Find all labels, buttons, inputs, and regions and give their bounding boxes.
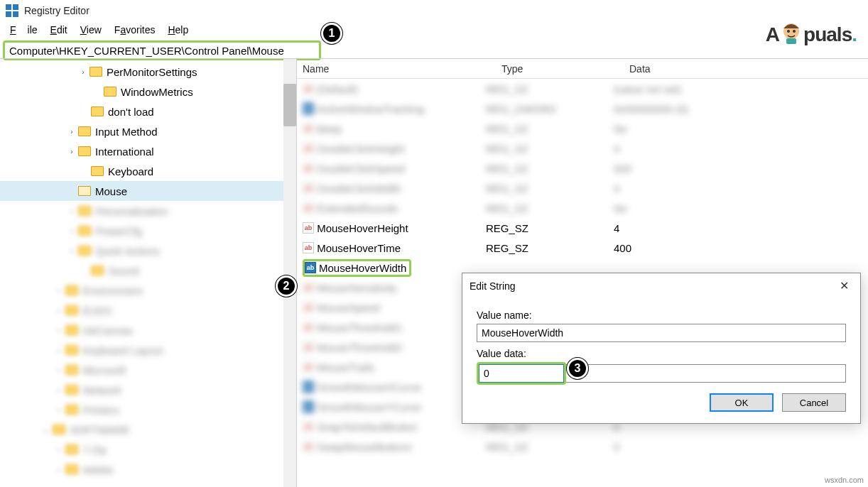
value-name: MouseThreshold1: [317, 322, 402, 334]
expander-icon[interactable]: ›: [54, 366, 64, 374]
reg-value-icon: ab: [303, 242, 314, 253]
expander-icon[interactable]: ›: [67, 227, 77, 235]
tree-item-label: Printers: [82, 404, 119, 416]
expander-icon[interactable]: ›: [54, 307, 64, 314]
tree-item[interactable]: Mouse: [0, 181, 296, 201]
tree-item[interactable]: ⌄SOFTWARE: [0, 420, 296, 439]
folder-icon: [78, 206, 91, 216]
tree-item-label: WindowMetrics: [121, 86, 193, 98]
list-row[interactable]: ab BeepREG_SZNo: [297, 119, 868, 138]
value-data-input[interactable]: [479, 364, 564, 383]
reg-value-icon: ab: [303, 282, 314, 293]
cancel-button[interactable]: Cancel: [782, 393, 846, 412]
tree-item[interactable]: ›EUDC: [0, 300, 296, 320]
expander-icon[interactable]: ›: [54, 386, 64, 394]
tree-scrollbar[interactable]: [283, 59, 296, 487]
expander-icon[interactable]: ›: [67, 148, 77, 155]
tree-item[interactable]: ›Personalization: [0, 201, 296, 221]
expander-icon[interactable]: ›: [54, 406, 64, 414]
value-name: ActiveWindowTracking: [317, 103, 424, 115]
value-name: SnapToDefaultButton: [317, 421, 418, 433]
expander-icon[interactable]: ›: [67, 247, 77, 255]
tree-item[interactable]: ›Input Method: [0, 121, 296, 141]
tree-item[interactable]: ›Environment: [0, 280, 296, 300]
tree-item[interactable]: ›International: [0, 141, 296, 161]
tree-item[interactable]: ›PerMonitorSettings: [0, 62, 296, 82]
menu-view[interactable]: View: [75, 23, 107, 37]
expander-icon[interactable]: ›: [67, 128, 77, 136]
value-data-label: Value data:: [477, 348, 846, 359]
value-name: SwapMouseButtons: [317, 441, 411, 453]
tree-item[interactable]: ›InkCanvas: [0, 320, 296, 340]
expander-icon[interactable]: ⌄: [41, 426, 51, 434]
expander-icon[interactable]: ›: [54, 346, 64, 354]
tree-item[interactable]: ›7-Zip: [0, 439, 296, 459]
value-name: MouseHoverWidth: [319, 262, 406, 274]
menu-help[interactable]: Help: [162, 23, 194, 37]
ok-button[interactable]: OK: [710, 393, 774, 412]
titlebar: Registry Editor: [0, 0, 868, 21]
svg-rect-1: [13, 4, 18, 10]
value-name: (Default): [317, 83, 358, 95]
tree-item[interactable]: don't load: [0, 102, 296, 121]
value-name-input[interactable]: [477, 324, 846, 342]
expander-icon[interactable]: ›: [67, 207, 77, 215]
reg-string-icon: ab: [305, 262, 316, 273]
tree-item[interactable]: ›Keyboard Layout: [0, 340, 296, 360]
address-bar[interactable]: Computer\HKEY_CURRENT_USER\Control Panel…: [3, 40, 321, 60]
value-data: 4: [608, 141, 868, 156]
folder-icon: [65, 325, 78, 335]
reg-value-icon: ab: [303, 83, 314, 94]
column-name[interactable]: Name: [297, 60, 496, 77]
menu-file[interactable]: File: [4, 23, 43, 37]
expander-icon[interactable]: ›: [54, 287, 64, 295]
expander-icon[interactable]: ›: [54, 466, 64, 474]
tree-item[interactable]: WindowMetrics: [0, 82, 296, 102]
reg-value-icon: ab: [303, 143, 314, 154]
reg-value-icon: 011: [303, 401, 314, 412]
expander-icon[interactable]: ›: [54, 327, 64, 334]
list-row[interactable]: ab MouseHoverTimeREG_SZ400: [297, 238, 868, 258]
list-row[interactable]: ab ExtendedSoundsREG_SZNo: [297, 198, 868, 218]
value-type: REG_SZ: [480, 141, 608, 156]
list-row[interactable]: ab DoubleClickHeightREG_SZ4: [297, 138, 868, 158]
value-name: DoubleClickHeight: [317, 143, 404, 155]
tree-item[interactable]: ›Adobe: [0, 459, 296, 479]
value-name: DoubleClickSpeed: [317, 163, 404, 175]
tree-item-label: PerMonitorSettings: [107, 66, 197, 78]
folder-icon: [65, 405, 78, 415]
folder-icon: [53, 425, 65, 434]
column-data[interactable]: Data: [624, 60, 868, 77]
tree-item[interactable]: ›Quick Actions: [0, 241, 296, 261]
tree-item[interactable]: ›PowerCfg: [0, 221, 296, 241]
tree-item[interactable]: ›Microsoft: [0, 360, 296, 380]
list-row[interactable]: ab MouseHoverHeightREG_SZ4: [297, 218, 868, 238]
tree-item[interactable]: Sound: [0, 261, 296, 280]
tree-item-label: Mouse: [95, 185, 127, 197]
list-row[interactable]: ab SwapMouseButtonsREG_SZ0: [297, 437, 868, 456]
menu-favorites[interactable]: Favorites: [109, 23, 161, 37]
reg-value-icon: ab: [303, 421, 314, 432]
value-name: MouseSpeed: [317, 302, 379, 314]
tree-item-label: PowerCfg: [95, 225, 142, 237]
list-row[interactable]: ab DoubleClickWidthREG_SZ4: [297, 178, 868, 198]
value-name: SmoothMouseYCurve: [317, 401, 421, 413]
column-type[interactable]: Type: [496, 60, 624, 77]
tree-item[interactable]: ›Printers: [0, 400, 296, 420]
close-icon[interactable]: ✕: [835, 278, 853, 294]
folder-icon: [104, 87, 116, 97]
value-data-input-rest[interactable]: [566, 364, 846, 383]
list-row[interactable]: ab (Default)REG_SZ(value not set): [297, 79, 868, 99]
menu-edit[interactable]: Edit: [45, 23, 73, 37]
list-row[interactable]: ab DoubleClickSpeedREG_SZ500: [297, 158, 868, 178]
tree-item-label: Microsoft: [82, 364, 126, 376]
svg-point-6: [793, 30, 796, 33]
list-row[interactable]: 011 ActiveWindowTrackingREG_DWORD0x00000…: [297, 99, 868, 119]
value-type: REG_SZ: [480, 121, 608, 136]
tree-item[interactable]: ›Network: [0, 380, 296, 400]
reg-value-icon: ab: [303, 202, 314, 214]
tree-item[interactable]: Keyboard: [0, 161, 296, 181]
step-badge-2: 2: [276, 275, 297, 297]
expander-icon[interactable]: ›: [54, 446, 64, 454]
expander-icon[interactable]: ›: [78, 68, 88, 76]
